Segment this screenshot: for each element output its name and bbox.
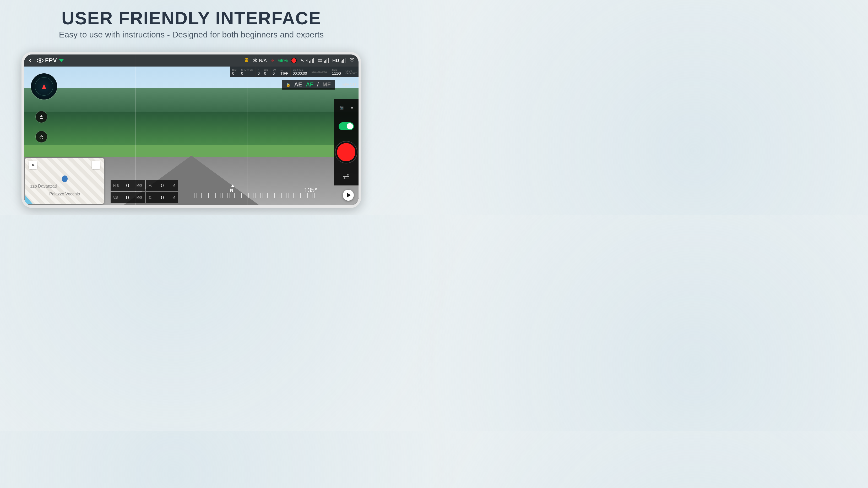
svg-point-6 [352,61,352,62]
eye-icon [37,58,43,63]
app-screen: FPV ♛ ✱ N/A ⚠ 66% 4 HD [24,55,359,205]
obstacle-warn-icon[interactable]: ⚠ [271,58,275,63]
telemetry-altitude: A:0M [146,180,178,191]
compass-strip[interactable]: N 135° [192,188,319,202]
telemetry-hspeed: H.S0M/S [111,180,145,191]
takeoff-icon [39,114,44,120]
record-shutter-button[interactable] [337,143,355,161]
ae-lock-icon[interactable]: 🔒 [286,83,290,87]
drone-status-text: N/A [259,58,267,63]
grid-vline-2 [247,55,247,205]
camera-menu-button[interactable]: MENU [342,82,356,88]
camera-param-strip[interactable]: ISO0 SHUTTER0 F0 WB0 EV0 ▭TIFF SD TIME00… [230,67,359,77]
battery-percent[interactable]: 66% [278,58,288,63]
headline-subtitle: Easy to use with instructions - Designed… [0,30,383,39]
marketing-headline: USER FRIENDLY INTERFACE Easy to use with… [0,0,383,39]
dropdown-caret-icon [59,59,64,62]
minimap-poi-b: Palazzo Vecchio [49,192,104,196]
premium-crown-icon[interactable]: ♛ [244,57,249,64]
minimap-poi-a: zzo Davanzati [30,184,104,189]
compass-heading-value: 135° [304,187,317,194]
video-signal[interactable]: HD [332,58,345,63]
hd-bars-icon [341,58,345,63]
svg-point-1 [39,60,41,62]
headline-title: USER FRIENDLY INTERFACE [0,8,383,28]
drone-status[interactable]: ✱ N/A [253,57,267,64]
af-toggle[interactable]: AF [306,81,313,88]
telemetry-panel: H.S0M/S A:0M V.S0M/S D:0M [111,180,178,203]
camera-settings-button[interactable] [343,174,349,179]
back-arrow-icon [28,58,33,63]
photo-mode-icon: 📷 [339,105,344,109]
capture-mode-row: 📷 ■ [339,105,353,109]
back-button[interactable] [28,58,33,63]
svg-rect-7 [40,118,43,119]
photo-video-switch[interactable] [339,122,354,130]
video-signal-label: HD [332,58,339,63]
param-lomo[interactable]: LOMO CAPACITY [343,67,359,77]
gps-bars-icon [309,58,314,63]
remote-controller-icon [318,59,322,62]
return-home-icon [38,134,44,140]
grid-hline-2 [24,155,359,155]
gallery-play-button[interactable] [343,190,354,201]
mf-toggle[interactable]: MF [322,81,331,88]
minimap-zoom-out-button[interactable]: − [92,161,100,169]
attitude-radar[interactable] [31,73,57,100]
param-iso[interactable]: ISO0 [230,67,239,77]
view-mode-toggle[interactable]: FPV [37,57,64,64]
takeoff-button[interactable] [36,111,47,123]
telemetry-vspeed: V.S0M/S [111,192,145,203]
storage-icon: ▭ [280,69,288,71]
view-mode-label: FPV [45,57,57,64]
compass-ticks [192,193,319,198]
video-mode-icon: ■ [351,105,353,109]
param-shutter[interactable]: SHUTTER0 [239,67,255,77]
param-resolution[interactable]: 3840x2160/240 [309,67,330,77]
param-ev[interactable]: EV0 [271,67,278,77]
svg-point-5 [321,60,321,61]
focus-mode-row: 🔒 AE AF / MF [282,79,335,90]
satellite-icon [300,58,305,63]
grid-hline-1 [24,105,359,105]
rc-bars-icon [324,58,329,63]
telemetry-distance: D:0M [146,192,178,203]
record-status-icon[interactable] [291,58,296,63]
minimap-labels: zzo Davanzati Palazzo Vecchio [30,184,104,196]
return-home-button[interactable] [36,131,47,142]
compass-north: N [230,188,233,193]
svg-point-4 [319,60,319,61]
param-ssd[interactable]: SSD111G [330,67,343,77]
phone-mockup: FPV ♛ ✱ N/A ⚠ 66% 4 HD [22,52,361,208]
ae-label[interactable]: AE [294,81,302,88]
param-wb[interactable]: WB0 [262,67,271,77]
rc-signal[interactable] [318,58,329,63]
wifi-icon[interactable] [349,58,355,64]
param-aperture[interactable]: F0 [255,67,262,77]
svg-rect-3 [318,60,322,62]
focus-separator: / [317,81,319,88]
gps-signal[interactable]: 4 [300,58,314,63]
minimap-center-button[interactable]: ➤ [29,161,37,169]
gps-count: 4 [306,59,308,62]
minimap[interactable]: ➤ − zzo Davanzati Palazzo Vecchio [25,158,104,204]
param-format[interactable]: ▭TIFF [278,67,291,77]
top-status-bar: FPV ♛ ✱ N/A ⚠ 66% 4 HD [24,55,359,67]
drone-icon: ✱ [253,57,257,64]
camera-side-panel: 📷 ■ [334,99,359,186]
param-sdtime[interactable]: SD TIME00:00:00 [291,67,310,77]
